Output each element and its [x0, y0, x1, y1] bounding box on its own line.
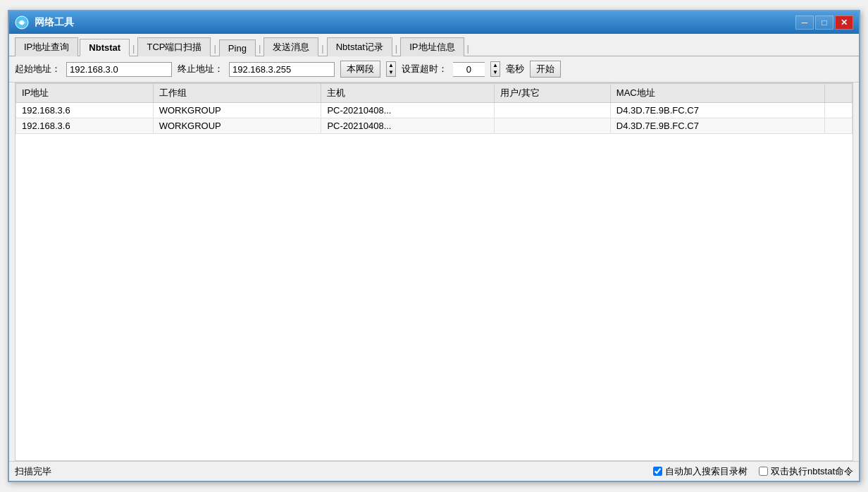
timeout-spinner-down[interactable]: ▼	[491, 69, 500, 76]
col-extra	[825, 84, 852, 103]
results-table-container: IP地址 工作组 主机 用户/其它 MAC地址 192.168.3.6WORKG…	[15, 82, 853, 461]
timeout-input[interactable]	[453, 62, 485, 77]
table-row[interactable]: 192.168.3.6WORKGROUPPC-20210408...D4.3D.…	[16, 103, 852, 118]
restore-button[interactable]: □	[815, 16, 833, 30]
subnet-spinner[interactable]: ▲ ▼	[386, 61, 396, 77]
subnet-button[interactable]: 本网段	[340, 61, 380, 78]
status-text: 扫描完毕	[15, 465, 51, 478]
tab-sep-1: |	[131, 40, 136, 56]
spinner-up[interactable]: ▲	[387, 62, 395, 69]
status-right: 自动加入搜索目录树 双击执行nbtstat命令	[653, 465, 853, 478]
main-window: 网络工具 ─ □ ✕ IP地址查询 Nbtstat | TCP端口扫描 | Pi…	[8, 10, 860, 482]
tab-tcp-scan[interactable]: TCP端口扫描	[137, 37, 211, 56]
tab-nbtstat-log[interactable]: Nbtstat记录	[327, 37, 392, 56]
col-ip: IP地址	[16, 84, 154, 103]
svg-point-1	[20, 20, 24, 25]
spinner-buttons[interactable]: ▲ ▼	[386, 61, 396, 77]
begin-button[interactable]: 开始	[530, 61, 561, 78]
toolbar: 起始地址： 终止地址： 本网段 ▲ ▼ 设置超时： ▲ ▼ 毫秒 开始	[9, 56, 859, 82]
tab-sep-4: |	[320, 40, 325, 56]
results-table: IP地址 工作组 主机 用户/其它 MAC地址 192.168.3.6WORKG…	[16, 83, 852, 134]
table-cell	[494, 118, 610, 134]
table-cell: D4.3D.7E.9B.FC.C7	[610, 118, 824, 134]
tab-nbtstat[interactable]: Nbtstat	[80, 39, 130, 56]
timeout-unit-label: 毫秒	[506, 63, 524, 75]
app-icon	[15, 16, 29, 30]
timeout-spinner-up[interactable]: ▲	[491, 62, 500, 69]
checkbox-auto-add[interactable]: 自动加入搜索目录树	[653, 465, 748, 478]
tab-send-msg[interactable]: 发送消息	[264, 37, 318, 56]
double-click-label: 双击执行nbtstat命令	[771, 465, 853, 478]
col-workgroup: 工作组	[153, 84, 321, 103]
table-row[interactable]: 192.168.3.6WORKGROUPPC-20210408...D4.3D.…	[16, 118, 852, 134]
title-controls: ─ □ ✕	[795, 16, 853, 30]
col-host: 主机	[321, 84, 494, 103]
auto-add-checkbox[interactable]	[653, 467, 662, 476]
table-cell: D4.3D.7E.9B.FC.C7	[610, 103, 824, 118]
table-cell	[825, 103, 852, 118]
start-address-input[interactable]	[66, 62, 172, 77]
table-cell: WORKGROUP	[153, 103, 321, 118]
title-bar: 网络工具 ─ □ ✕	[9, 11, 859, 34]
auto-add-label: 自动加入搜索目录树	[665, 465, 748, 478]
end-address-input[interactable]	[229, 62, 335, 77]
table-cell	[825, 118, 852, 134]
table-header-row: IP地址 工作组 主机 用户/其它 MAC地址	[16, 84, 852, 103]
tab-sep-2: |	[212, 40, 217, 56]
tab-ip-query[interactable]: IP地址查询	[15, 37, 78, 56]
table-cell: PC-20210408...	[321, 118, 494, 134]
start-address-label: 起始地址：	[15, 63, 61, 75]
tab-ip-info[interactable]: IP地址信息	[400, 37, 464, 56]
checkbox-double-click[interactable]: 双击执行nbtstat命令	[759, 465, 853, 478]
minimize-button[interactable]: ─	[795, 16, 814, 30]
spinner-down[interactable]: ▼	[387, 69, 395, 76]
timeout-label: 设置超时：	[402, 63, 447, 75]
timeout-spinner-buttons[interactable]: ▲ ▼	[490, 61, 500, 77]
table-cell: 192.168.3.6	[16, 103, 154, 118]
tab-sep-6: |	[466, 40, 471, 56]
col-user: 用户/其它	[494, 84, 610, 103]
table-cell: WORKGROUP	[153, 118, 321, 134]
status-bar: 扫描完毕 自动加入搜索目录树 双击执行nbtstat命令	[9, 461, 859, 481]
timeout-spinner[interactable]: ▲ ▼	[490, 61, 500, 77]
tab-sep-5: |	[394, 40, 399, 56]
table-cell	[494, 103, 610, 118]
close-button[interactable]: ✕	[835, 16, 853, 30]
table-cell: 192.168.3.6	[16, 118, 154, 134]
window-title: 网络工具	[35, 16, 74, 29]
end-address-label: 终止地址：	[178, 63, 223, 75]
table-cell: PC-20210408...	[321, 103, 494, 118]
tab-ping[interactable]: Ping	[219, 39, 256, 56]
double-click-checkbox[interactable]	[759, 467, 768, 476]
tab-bar: IP地址查询 Nbtstat | TCP端口扫描 | Ping | 发送消息 |…	[9, 34, 859, 56]
tab-sep-3: |	[257, 40, 262, 56]
col-mac: MAC地址	[610, 84, 824, 103]
title-bar-left: 网络工具	[15, 16, 74, 30]
